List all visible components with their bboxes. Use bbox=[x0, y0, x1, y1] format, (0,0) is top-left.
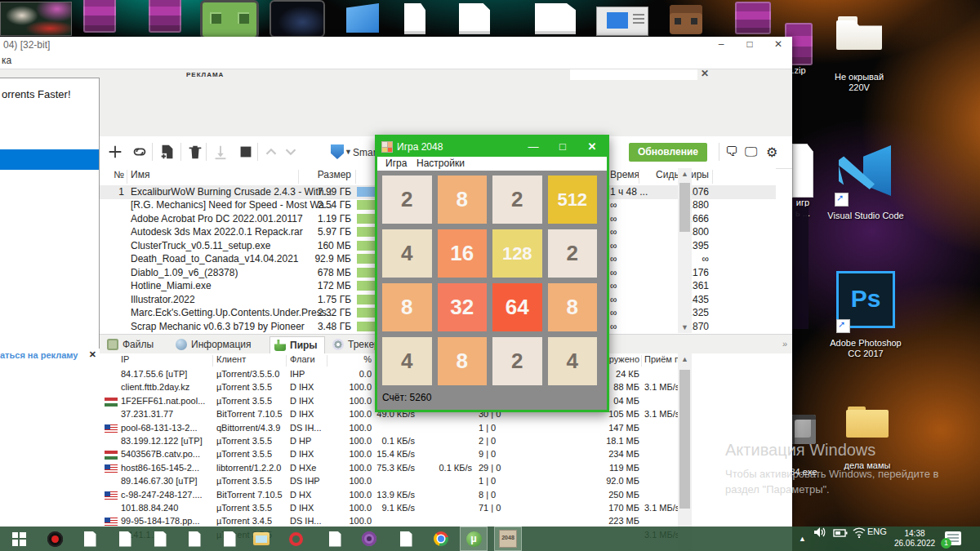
peer-row[interactable]: pool-68-131-13-2...qBittorrent/4.3.9DS I… bbox=[100, 422, 776, 435]
move-down-button[interactable] bbox=[282, 143, 301, 162]
ad-link[interactable]: аться на рекламу bbox=[0, 350, 78, 360]
tab-peers[interactable]: Пиры bbox=[270, 336, 325, 353]
start-button[interactable] bbox=[212, 143, 231, 162]
game-title-bar[interactable]: Игра 2048 — □ ✕ bbox=[377, 137, 607, 157]
maximize-icon[interactable]: □ bbox=[548, 137, 577, 157]
peer-ip: host86-165-145-2... bbox=[121, 463, 199, 473]
chevron-down-icon[interactable]: ▼ bbox=[345, 148, 352, 156]
remove-button[interactable] bbox=[186, 143, 206, 162]
column-header-name[interactable]: Имя bbox=[131, 169, 149, 180]
eve-dark-icon[interactable] bbox=[270, 0, 325, 38]
taskbar-g2048-button[interactable]: 2048 bbox=[494, 527, 522, 551]
taskbar-chrome-button[interactable] bbox=[427, 527, 455, 551]
taskbar-doc-button[interactable] bbox=[180, 527, 208, 551]
utorrent-title-bar[interactable]: 04) [32-bit] – □ ✕ bbox=[0, 37, 792, 51]
desktop-icon-photoshop[interactable]: Ps Adobe Photoshop CC 2017 bbox=[830, 271, 902, 359]
taskbar-utorrent-button[interactable]: µ bbox=[460, 527, 488, 551]
doc-2-icon[interactable] bbox=[459, 3, 490, 34]
peer-client: µTorrent 3.5.5 bbox=[216, 449, 272, 459]
tray-expand-icon[interactable]: ▲ bbox=[799, 527, 810, 551]
peer-row[interactable]: host86-165-145-2...libtorrent/1.2.2.0D H… bbox=[100, 462, 776, 475]
update-button[interactable]: Обновление bbox=[629, 143, 707, 162]
scroll-up-icon[interactable]: ▲ bbox=[678, 353, 692, 365]
desktop-icon-folder-220v[interactable]: Не окрывай 220V bbox=[828, 16, 890, 93]
taskbar-doc-button[interactable] bbox=[216, 527, 243, 551]
menu-item-settings[interactable]: Настройки bbox=[416, 158, 465, 169]
settings-window-icon[interactable] bbox=[596, 7, 648, 36]
desktop-icon-vscode[interactable]: Visual Studio Code bbox=[826, 145, 905, 221]
taskbar-explorer-button[interactable] bbox=[247, 527, 275, 551]
peer-row[interactable]: c-98-247-248-127....BitTorrent 7.10.5D H… bbox=[100, 489, 776, 502]
creeper-icon[interactable] bbox=[200, 0, 259, 39]
taskbar-doc-button[interactable] bbox=[146, 527, 174, 551]
utorrent-menu-bar[interactable]: ка bbox=[0, 51, 792, 69]
taskbar-screen-recorder-button[interactable] bbox=[41, 527, 69, 551]
tab-files[interactable]: Файлы bbox=[103, 336, 160, 353]
doc-1-icon[interactable] bbox=[404, 3, 425, 34]
torrent-size: 7.99 ГБ bbox=[302, 186, 351, 198]
selected-item-bar[interactable] bbox=[0, 149, 99, 170]
ad-close-icon[interactable]: ✕ bbox=[701, 68, 709, 79]
column-header-ip[interactable]: IP bbox=[121, 354, 129, 364]
stop-button[interactable] bbox=[237, 143, 256, 162]
peer-row[interactable]: 83.199.12.122 [uTP]µTorrent 3.5.5D HP100… bbox=[100, 435, 776, 448]
taskbar-doc-button[interactable] bbox=[321, 527, 349, 551]
game-thumbnail-icon[interactable] bbox=[0, 2, 72, 36]
peer-row[interactable]: 101.88.84.240µTorrent 3.5.5D IHX100.09.1… bbox=[100, 502, 776, 515]
villager-icon[interactable] bbox=[670, 5, 702, 34]
tab-overflow-icon[interactable]: » bbox=[782, 339, 787, 349]
remote-devices-icon[interactable]: 🖵 bbox=[745, 144, 757, 159]
archive-purple-1-icon[interactable] bbox=[83, 0, 116, 33]
scroll-down-icon[interactable]: ▼ bbox=[678, 322, 692, 333]
taskbar-doc-button[interactable] bbox=[76, 527, 104, 551]
scrollbar-thumb[interactable] bbox=[679, 370, 690, 509]
smart-shield-icon[interactable] bbox=[331, 144, 344, 159]
close-icon[interactable]: ✕ bbox=[577, 137, 607, 157]
menu-item-game[interactable]: Игра bbox=[385, 158, 407, 169]
close-icon[interactable]: ✕ bbox=[764, 37, 792, 51]
column-header-ratio[interactable]: Сиды/Пиры bbox=[644, 169, 709, 180]
move-up-button[interactable] bbox=[262, 143, 282, 162]
peer-row[interactable]: 5403567B.catv.po...µTorrent 3.5.5D IHX10… bbox=[100, 448, 776, 461]
taskbar-doc-button[interactable] bbox=[392, 527, 420, 551]
create-torrent-button[interactable] bbox=[158, 143, 178, 162]
maximize-icon[interactable]: □ bbox=[736, 37, 764, 51]
column-header-client[interactable]: Клиент bbox=[216, 354, 246, 364]
column-header-percent[interactable]: % bbox=[331, 354, 372, 364]
settings-gear-icon[interactable]: ⚙ bbox=[766, 144, 777, 160]
taskbar-start-button[interactable] bbox=[5, 527, 33, 551]
archive-purple-2-icon[interactable] bbox=[149, 0, 181, 33]
taskbar-clock[interactable]: 14:38 26.06.2022 bbox=[890, 529, 939, 549]
display-blue-icon[interactable] bbox=[346, 3, 379, 33]
ad-row-close-icon[interactable]: ✕ bbox=[89, 349, 96, 360]
column-header-size[interactable]: Размер bbox=[302, 169, 351, 180]
taskbar-tor-button[interactable] bbox=[355, 527, 383, 551]
peers-scrollbar[interactable]: ▲ bbox=[678, 353, 692, 551]
language-indicator[interactable]: ENG bbox=[867, 527, 890, 536]
desktop-icon-mom-folder[interactable]: дела мамы bbox=[841, 407, 893, 471]
tile-2: 2 bbox=[492, 176, 542, 224]
peer-row[interactable]: 89.146.67.30 [uTP]µTorrent 3.5.5DS IHP10… bbox=[100, 475, 776, 488]
scrollbar-thumb[interactable] bbox=[679, 183, 690, 232]
taskbar-opera-button[interactable] bbox=[282, 527, 310, 551]
minimize-icon[interactable]: – bbox=[707, 37, 735, 51]
column-header-num[interactable]: № bbox=[106, 169, 124, 180]
battery-icon[interactable] bbox=[833, 527, 851, 541]
chat-icon[interactable]: 🗨 bbox=[725, 144, 738, 159]
add-torrent-button[interactable] bbox=[106, 143, 126, 162]
game-board[interactable]: 28251241612828326484824 bbox=[377, 171, 602, 390]
column-header-flags[interactable]: Флаги bbox=[290, 354, 315, 364]
winrar-archive-icon[interactable] bbox=[735, 2, 771, 34]
taskbar-doc-button[interactable] bbox=[111, 527, 139, 551]
tab-info[interactable]: Информация bbox=[172, 336, 257, 353]
minimize-icon[interactable]: — bbox=[519, 137, 548, 157]
doc-3-icon[interactable] bbox=[535, 3, 576, 34]
ad-search-box[interactable] bbox=[570, 69, 697, 80]
menu-item-fragment[interactable]: ка bbox=[2, 55, 11, 66]
add-link-button[interactable] bbox=[131, 143, 150, 162]
torrent-list-scrollbar[interactable]: ▲ ▼ bbox=[678, 168, 692, 333]
volume-icon[interactable] bbox=[813, 527, 831, 541]
scroll-up-icon[interactable]: ▲ bbox=[678, 168, 692, 180]
wifi-icon[interactable] bbox=[853, 527, 869, 541]
column-header-time[interactable]: Время bbox=[610, 169, 639, 180]
